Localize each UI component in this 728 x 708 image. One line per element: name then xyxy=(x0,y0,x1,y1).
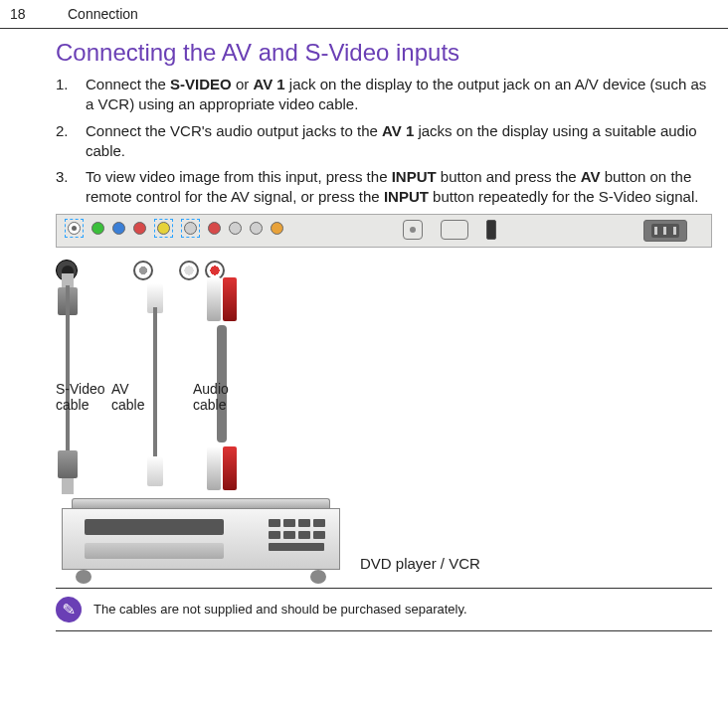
port-icon xyxy=(403,220,423,240)
audio-port-highlight xyxy=(181,219,200,238)
step-text: Connect the S-VIDEO or AV 1 jack on the … xyxy=(86,75,712,115)
audio-port-icon xyxy=(208,222,221,235)
composite-port-icon xyxy=(157,222,170,235)
component-port-icon xyxy=(91,222,104,235)
connection-diagram: S-Video cable AV cable Audio cable DVD p xyxy=(56,260,712,588)
port-icon xyxy=(229,222,242,235)
step-text: Connect the VCR's audio output jacks to … xyxy=(86,121,712,162)
digital-port-group xyxy=(403,220,496,240)
page-header: 18 Connection xyxy=(0,0,728,29)
port-icon xyxy=(250,222,263,235)
page-content: Connecting the AV and S-Video inputs 1. … xyxy=(0,29,728,631)
svideo-port-highlight xyxy=(65,219,84,238)
pencil-icon: ✎ xyxy=(55,596,83,623)
av-port-group xyxy=(65,219,283,238)
usb-port-icon xyxy=(486,220,496,240)
step-number: 3. xyxy=(56,167,72,208)
dvd-vcr-illustration xyxy=(56,498,346,588)
step-number: 1. xyxy=(56,75,72,115)
instruction-list: 1. Connect the S-VIDEO or AV 1 jack on t… xyxy=(56,75,712,208)
audio-port-icon xyxy=(184,222,197,235)
step-number: 2. xyxy=(56,121,72,162)
component-port-icon xyxy=(133,222,146,235)
display-back-panel-illustration xyxy=(56,214,712,248)
step-2: 2. Connect the VCR's audio output jacks … xyxy=(56,121,712,162)
note-block: ✎ The cables are not supplied and should… xyxy=(56,589,712,630)
chapter-title: Connection xyxy=(68,6,138,22)
disc-tray-icon xyxy=(85,519,224,535)
svideo-cable-illustration xyxy=(56,260,86,498)
av-cable-label: AV cable xyxy=(111,381,161,415)
component-port-icon xyxy=(112,222,125,235)
power-socket-icon xyxy=(643,220,687,242)
manual-page: 18 Connection Connecting the AV and S-Vi… xyxy=(0,0,728,708)
divider xyxy=(56,630,712,631)
svideo-cable-label: S-Video cable xyxy=(56,381,115,415)
dvd-vcr-label: DVD player / VCR xyxy=(360,555,480,572)
button-grid-icon xyxy=(269,519,325,551)
step-3: 3. To view video image from this input, … xyxy=(56,167,712,208)
svideo-port-icon xyxy=(68,222,81,235)
section-title: Connecting the AV and S-Video inputs xyxy=(56,39,718,67)
audio-cable-label: Audio cable xyxy=(193,381,253,415)
front-panel-icon xyxy=(85,543,224,559)
step-1: 1. Connect the S-VIDEO or AV 1 jack on t… xyxy=(56,75,712,115)
port-icon xyxy=(441,220,468,240)
av1-port-highlight xyxy=(154,219,173,238)
note-text: The cables are not supplied and should b… xyxy=(93,602,467,617)
port-icon xyxy=(271,222,283,235)
step-text: To view video image from this input, pre… xyxy=(86,167,712,208)
page-number: 18 xyxy=(10,6,40,22)
